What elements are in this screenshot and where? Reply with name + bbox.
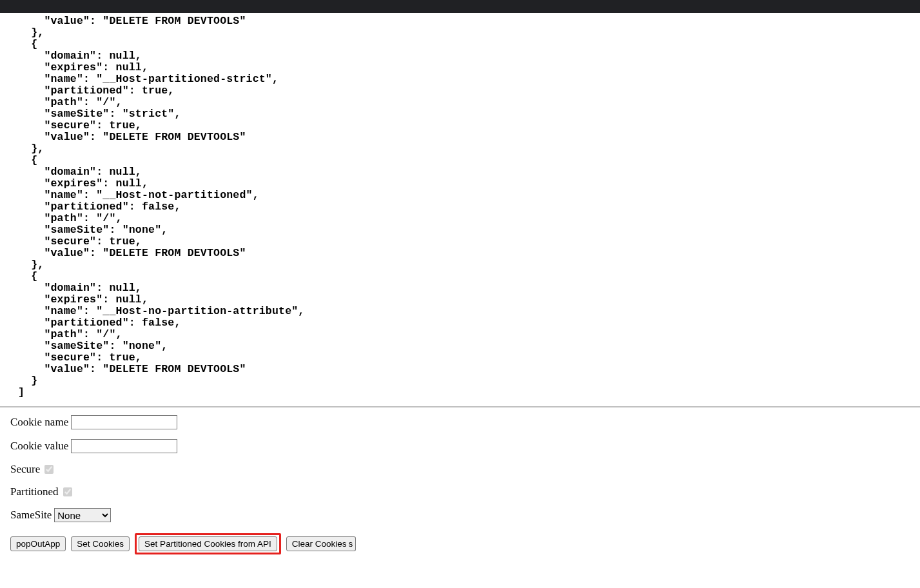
divider: [0, 406, 920, 407]
partitioned-checkbox[interactable]: [63, 487, 72, 496]
popout-button[interactable]: popOutApp: [10, 536, 66, 551]
clear-cookies-button[interactable]: Clear Cookies: [286, 536, 353, 551]
partitioned-row: Partitioned: [10, 485, 910, 498]
cookie-name-label: Cookie name: [10, 416, 68, 429]
samesite-select[interactable]: NoneLaxStrict: [54, 508, 111, 522]
highlighted-button-box: Set Partitioned Cookies from API: [135, 533, 281, 554]
cookie-value-row: Cookie value: [10, 439, 910, 453]
samesite-label: SameSite: [10, 509, 52, 522]
samesite-row: SameSite NoneLaxStrict: [10, 508, 910, 522]
set-partitioned-cookies-button[interactable]: Set Partitioned Cookies from API: [139, 536, 277, 551]
cookie-form: Cookie name Cookie value Secure Partitio…: [0, 415, 920, 522]
cookie-value-label: Cookie value: [10, 440, 68, 453]
browser-toolbar: [0, 0, 920, 13]
page-content: "value": "DELETE FROM DEVTOOLS" }, { "do…: [0, 13, 920, 554]
set-cookies-button[interactable]: Set Cookies: [71, 536, 130, 551]
secure-row: Secure: [10, 463, 910, 476]
button-row: popOutApp Set Cookies Set Partitioned Co…: [0, 533, 920, 554]
secure-checkbox[interactable]: [44, 465, 54, 474]
cookie-value-input[interactable]: [71, 439, 177, 453]
trailing-button-fragment: s: [347, 536, 357, 551]
cookie-name-input[interactable]: [71, 415, 177, 429]
cookie-name-row: Cookie name: [10, 415, 910, 429]
json-output: "value": "DELETE FROM DEVTOOLS" }, { "do…: [0, 13, 920, 401]
secure-label: Secure: [10, 463, 40, 476]
clear-cookies-group: Clear Cookies s: [286, 536, 357, 551]
partitioned-label: Partitioned: [10, 485, 59, 498]
